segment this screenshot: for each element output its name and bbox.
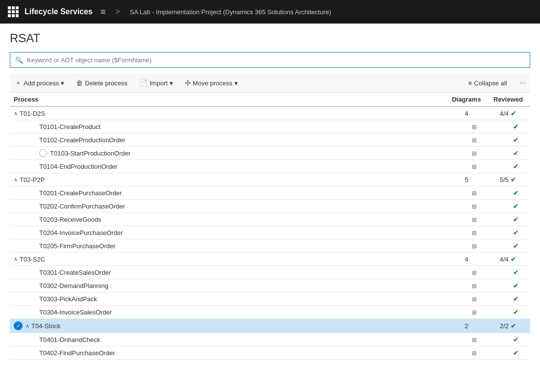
child-diagrams: ⊞ — [447, 226, 486, 239]
diagram-icon[interactable]: ⊞ — [472, 309, 477, 316]
child-label: T0402-FindPurchaseOrder — [39, 349, 115, 357]
table-row[interactable]: T0104-EndProductionOrder⊞✔ — [10, 160, 530, 173]
group-diagrams: 2 — [447, 319, 486, 333]
child-reviewed: ✔ — [486, 239, 530, 253]
child-reviewed: ✔ — [486, 346, 530, 360]
table-header-row: Process Diagrams Reviewed — [10, 93, 530, 106]
delete-icon: 🗑 — [76, 79, 83, 87]
app-header: Lifecycle Services ≡ > SA Lab - Implemen… — [0, 0, 540, 24]
group-label: T03-S2C — [20, 256, 45, 263]
child-reviewed: ✔ — [486, 292, 530, 306]
diagram-icon[interactable]: ⊞ — [472, 230, 477, 236]
diagram-icon[interactable]: ⊞ — [472, 283, 477, 289]
child-label: T0104-EndProductionOrder — [39, 163, 118, 170]
move-process-label: Move process — [193, 79, 232, 87]
diagram-icon[interactable]: ⊞ — [472, 203, 477, 210]
diagram-icon[interactable]: ⊞ — [472, 243, 477, 250]
process-table: Process Diagrams Reviewed ∧T01-D2S44/4 ✔… — [10, 93, 530, 360]
delete-process-button[interactable]: 🗑 Delete process — [71, 77, 132, 89]
expand-icon[interactable]: ∧ — [14, 177, 18, 183]
check-icon: ✔ — [513, 349, 519, 357]
table-row[interactable]: T0102-CreateProductionOrder⊞✔ — [10, 133, 530, 147]
diagram-icon[interactable]: ⊞ — [472, 190, 477, 197]
check-icon: ✔ — [513, 136, 519, 144]
table-row[interactable]: ∧T02-P2P55/5 ✔ — [10, 173, 530, 186]
group-diagrams: 4 — [447, 253, 486, 266]
add-process-chevron: ▾ — [61, 79, 64, 87]
diagram-icon[interactable]: ⊞ — [472, 150, 477, 157]
check-icon: ✔ — [513, 268, 519, 276]
check-icon: ✔ — [511, 255, 516, 263]
table-row[interactable]: ∧T01-D2S44/4 ✔ — [10, 106, 530, 120]
expand-icon[interactable]: ∧ — [26, 323, 29, 329]
collapse-all-button[interactable]: ≡ Collapse all — [463, 78, 512, 89]
table-row[interactable]: T0301-CreateSalesOrder⊞✔ — [10, 266, 530, 279]
check-icon: ✔ — [511, 109, 516, 117]
check-icon: ✔ — [511, 322, 516, 330]
more-options-button[interactable]: ··· — [516, 77, 530, 89]
child-diagrams: ⊞ — [447, 160, 486, 173]
collapse-icon: ≡ — [468, 79, 472, 87]
import-chevron: ▾ — [170, 79, 173, 87]
child-diagrams: ⊞ — [447, 279, 486, 292]
expand-icon[interactable]: ∧ — [14, 110, 18, 117]
child-label: T0302-DemandPlanning — [39, 282, 108, 289]
child-reviewed: ✔ — [486, 266, 530, 279]
app-title: Lifecycle Services — [25, 7, 93, 16]
table-row[interactable]: T0203-ReceiveGoods⊞✔ — [10, 213, 530, 226]
diagram-icon[interactable]: ⊞ — [472, 337, 477, 343]
child-diagrams: ⊞ — [447, 292, 486, 306]
reviewed-value: 4/4 — [500, 110, 509, 117]
search-icon: 🔍 — [15, 56, 23, 64]
child-reviewed: ✔ — [486, 160, 530, 173]
add-process-button[interactable]: ＋ Add process ▾ — [10, 77, 69, 89]
table-row[interactable]: T0205-FirmPurchaseOrder⊞✔ — [10, 239, 530, 253]
check-icon: ✔ — [513, 123, 519, 131]
child-reviewed: ✔ — [486, 226, 530, 239]
diagram-icon[interactable]: ⊞ — [472, 163, 477, 170]
child-reviewed: ✔ — [486, 306, 530, 319]
app-grid-icon[interactable] — [8, 6, 19, 17]
reviewed-value: 2/2 — [500, 322, 509, 330]
radio-icon — [39, 149, 47, 157]
table-row[interactable]: ∧T03-S2C44/4 ✔ — [10, 253, 530, 266]
collapse-all-label: Collapse all — [474, 79, 507, 87]
child-diagrams: ⊞ — [447, 306, 486, 319]
table-row[interactable]: T0401-OnhandCheck⊞✔ — [10, 333, 530, 346]
expand-icon[interactable]: ∧ — [14, 256, 18, 262]
table-row[interactable]: T0304-InvoiceSalesOrder⊞✔ — [10, 306, 530, 319]
table-row[interactable]: ✓∧T04-Stock22/2 ✔ — [10, 319, 530, 333]
col-header-diagrams: Diagrams — [447, 93, 486, 106]
hamburger-icon[interactable]: ≡ — [101, 7, 106, 17]
diagram-icon[interactable]: ⊞ — [472, 124, 477, 131]
move-process-button[interactable]: ✣ Move process ▾ — [180, 77, 243, 89]
search-input[interactable] — [27, 56, 525, 64]
diagram-icon[interactable]: ⊞ — [472, 137, 477, 144]
header-separator: > — [115, 7, 120, 16]
table-row[interactable]: T0303-PickAndPack⊞✔ — [10, 292, 530, 306]
diagram-icon[interactable]: ⊞ — [472, 269, 477, 276]
child-reviewed: ✔ — [486, 200, 530, 213]
diagram-icon[interactable]: ⊞ — [472, 216, 477, 223]
import-button[interactable]: 📄 Import ▾ — [134, 77, 178, 89]
diagram-icon[interactable]: ⊞ — [472, 350, 477, 357]
diagram-icon[interactable]: ⊞ — [472, 296, 477, 303]
child-label: T0304-InvoiceSalesOrder — [39, 309, 112, 316]
check-icon: ✔ — [513, 336, 519, 343]
table-row[interactable]: T0402-FindPurchaseOrder⊞✔ — [10, 346, 530, 360]
child-reviewed: ✔ — [486, 186, 530, 200]
table-row[interactable]: T0101-CreateProduct⊞✔ — [10, 120, 530, 133]
table-row[interactable]: T0302-DemandPlanning⊞✔ — [10, 279, 530, 292]
table-row[interactable]: T0103-StartProductionOrder⊞✔ — [10, 147, 530, 160]
check-icon: ✔ — [513, 282, 519, 289]
child-label: T0101-CreateProduct — [39, 123, 101, 131]
plus-icon: ＋ — [15, 78, 22, 87]
col-header-reviewed: Reviewed — [486, 93, 530, 106]
table-row[interactable]: T0201-CreatePurchaseOrder⊞✔ — [10, 186, 530, 200]
table-row[interactable]: T0204-InvoicePurchaseOrder⊞✔ — [10, 226, 530, 239]
check-icon: ✔ — [513, 162, 519, 170]
toolbar-right: ≡ Collapse all ··· — [463, 77, 530, 89]
page-title: RSAT — [10, 31, 530, 45]
group-label: T01-D2S — [20, 110, 45, 117]
table-row[interactable]: T0202-ConfirmPurchaseOrder⊞✔ — [10, 200, 530, 213]
